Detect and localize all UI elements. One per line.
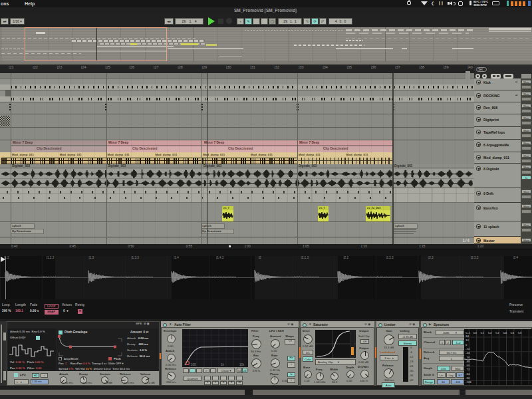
svg-text:-96: -96 [466,376,470,380]
svg-text:-48: -48 [466,360,470,363]
svg-text:-24: -24 [466,351,470,354]
svg-text:10k: 10k [239,363,245,366]
svg-text:C5: C5 [511,331,515,334]
svg-text:24: 24 [466,334,469,338]
svg-text:C6: C6 [518,331,522,334]
svg-text:12: 12 [466,338,469,342]
svg-text:-108: -108 [466,380,471,384]
svg-text:C-1: C-1 [466,331,471,334]
svg-text:C3: C3 [495,331,499,334]
svg-text:C2: C2 [488,331,492,334]
svg-text:-84: -84 [466,372,470,376]
svg-text:C0: C0 [473,331,477,334]
svg-text:C4: C4 [503,331,507,334]
svg-text:-12: -12 [466,347,470,350]
svg-text:100: 100 [191,363,196,366]
svg-text:C1: C1 [481,331,485,334]
svg-text:1k: 1k [221,363,225,366]
svg-text:-72: -72 [466,368,470,371]
svg-text:-60: -60 [466,364,470,367]
svg-text:-36: -36 [466,356,470,359]
